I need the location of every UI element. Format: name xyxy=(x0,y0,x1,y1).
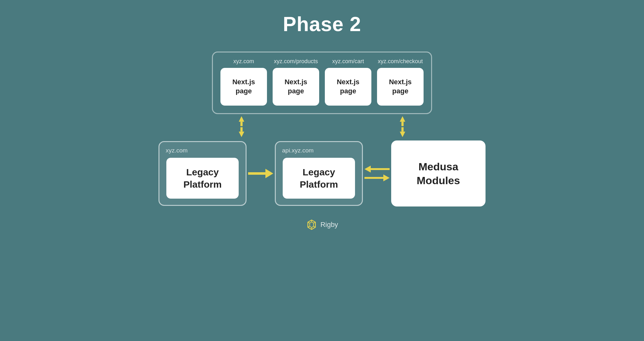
bottom-row: xyz.com LegacyPlatform api.xyz.com Legac… xyxy=(158,140,486,206)
nextjs-page-label-2: xyz.com/cart xyxy=(332,58,364,65)
legacy-left-box: xyz.com LegacyPlatform xyxy=(158,141,247,206)
svg-marker-11 xyxy=(364,174,390,181)
footer: Rigby xyxy=(306,219,338,230)
svg-marker-3 xyxy=(239,132,244,137)
svg-marker-4 xyxy=(400,116,405,122)
legacy-center-box: api.xyz.com LegacyPlatform xyxy=(275,141,363,206)
nextjs-page-label-1: xyz.com/products xyxy=(274,58,318,65)
arrow-left-to-center xyxy=(247,166,275,181)
svg-rect-6 xyxy=(402,127,404,132)
medusa-box: MedusaModules xyxy=(391,140,486,206)
svg-marker-10 xyxy=(364,166,390,173)
vertical-arrow-right xyxy=(395,116,410,139)
svg-rect-1 xyxy=(241,122,243,126)
nextjs-page-item-2: xyz.com/cart Next.jspage xyxy=(325,58,371,106)
vertical-arrows-wrapper xyxy=(203,116,441,139)
legacy-left-inner: LegacyPlatform xyxy=(166,158,239,199)
vertical-arrow-left xyxy=(234,116,249,139)
nextjs-page-box-2: Next.jspage xyxy=(325,68,371,106)
legacy-center-domain: api.xyz.com xyxy=(282,147,314,154)
nextjs-section: xyz.com Next.jspage xyz.com/products Nex… xyxy=(212,52,432,114)
svg-marker-13 xyxy=(310,222,314,228)
nextjs-page-box-0: Next.jspage xyxy=(220,68,267,106)
nextjs-page-label-3: xyz.com/checkout xyxy=(378,58,423,65)
svg-rect-2 xyxy=(241,127,243,132)
svg-marker-7 xyxy=(400,132,405,137)
svg-marker-9 xyxy=(265,169,273,178)
nextjs-outer-container: xyz.com Next.jspage xyz.com/products Nex… xyxy=(212,52,432,114)
nextjs-page-box-1: Next.jspage xyxy=(273,68,319,106)
svg-rect-8 xyxy=(248,172,265,175)
diagram: xyz.com Next.jspage xyz.com/products Nex… xyxy=(0,52,644,206)
nextjs-page-item-0: xyz.com Next.jspage xyxy=(220,58,267,106)
legacy-center-inner: LegacyPlatform xyxy=(283,158,355,199)
page-title: Phase 2 xyxy=(283,13,361,36)
nextjs-page-item-3: xyz.com/checkout Next.jspage xyxy=(377,58,424,106)
svg-marker-0 xyxy=(239,116,244,122)
nextjs-page-label-0: xyz.com xyxy=(233,58,254,65)
nextjs-page-item-1: xyz.com/products Next.jspage xyxy=(273,58,319,106)
rigby-logo-icon xyxy=(306,219,317,230)
svg-rect-5 xyxy=(402,122,404,126)
nextjs-pages-row: xyz.com Next.jspage xyz.com/products Nex… xyxy=(220,58,424,106)
arrows-center-to-medusa xyxy=(363,166,391,181)
footer-label: Rigby xyxy=(320,221,338,229)
nextjs-page-box-3: Next.jspage xyxy=(377,68,424,106)
legacy-left-domain: xyz.com xyxy=(166,147,188,154)
